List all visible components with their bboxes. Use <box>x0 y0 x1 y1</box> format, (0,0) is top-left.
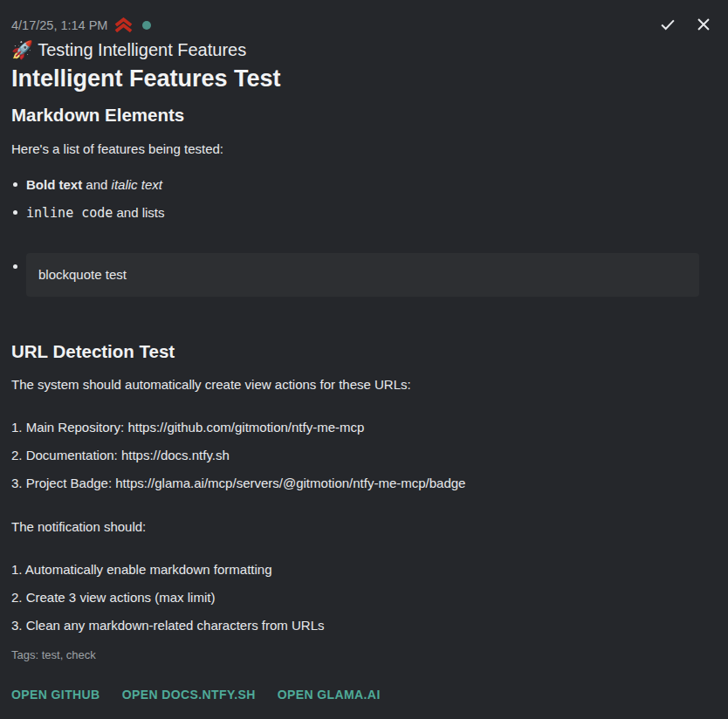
list-item-blockquote: blockquote test <box>11 253 717 297</box>
mark-read-button[interactable] <box>656 13 679 38</box>
inline-code-text: inline code <box>26 205 113 221</box>
open-github-button[interactable]: OPEN GITHUB <box>11 686 100 703</box>
behavior-item: 2. Create 3 view actions (max limit) <box>11 584 717 612</box>
open-glama-button[interactable]: OPEN GLAMA.AI <box>278 686 381 703</box>
message-heading: Intelligent Features Test <box>11 65 717 92</box>
close-icon <box>694 15 713 37</box>
plain-text: and <box>82 177 111 192</box>
features-list: Bold text and italic text inline code an… <box>11 171 717 297</box>
plain-text: and lists <box>113 205 164 220</box>
view-actions-row: OPEN GITHUB OPEN DOCS.NTFY.SH OPEN GLAMA… <box>11 686 717 703</box>
url-list: 1. Main Repository: https://github.com/g… <box>11 414 717 497</box>
url-item: 2. Documentation: https://docs.ntfy.sh <box>11 442 717 469</box>
url-item: 1. Main Repository: https://github.com/g… <box>11 414 717 442</box>
list-item-bold-italic: Bold text and italic text <box>11 171 717 199</box>
behavior-item: 3. Clean any markdown-related characters… <box>11 612 717 640</box>
notification-actions <box>656 13 715 38</box>
behavior-list: 1. Automatically enable markdown formatt… <box>11 556 717 640</box>
blockquote: blockquote test <box>26 253 699 297</box>
url-item: 3. Project Badge: https://glama.ai/mcp/s… <box>11 469 717 497</box>
check-icon <box>658 15 677 37</box>
notification-card: 4/17/25, 1:14 PM 🚀 Testing Intell <box>0 0 728 719</box>
url-intro-text: The system should automatically create v… <box>11 377 717 393</box>
italic-text: italic text <box>112 177 162 192</box>
url-detection-heading: URL Detection Test <box>11 340 717 363</box>
bold-text: Bold text <box>26 177 82 192</box>
markdown-elements-heading: Markdown Elements <box>11 104 717 127</box>
open-docs-button[interactable]: OPEN DOCS.NTFY.SH <box>122 686 256 703</box>
unread-dot-icon <box>142 21 151 30</box>
delete-button[interactable] <box>692 13 715 38</box>
priority-high-icon <box>113 17 134 33</box>
timestamp: 4/17/25, 1:14 PM <box>11 18 107 32</box>
behavior-item: 1. Automatically enable markdown formatt… <box>11 556 717 584</box>
tags-label: Tags: test, check <box>11 648 717 662</box>
notification-meta-row: 4/17/25, 1:14 PM <box>11 0 717 33</box>
behavior-intro-text: The notification should: <box>11 519 717 535</box>
notification-title: 🚀 Testing Intelligent Features <box>11 39 717 61</box>
list-item-inline-code: inline code and lists <box>11 199 717 227</box>
features-intro-text: Here's a list of features being tested: <box>11 141 717 157</box>
